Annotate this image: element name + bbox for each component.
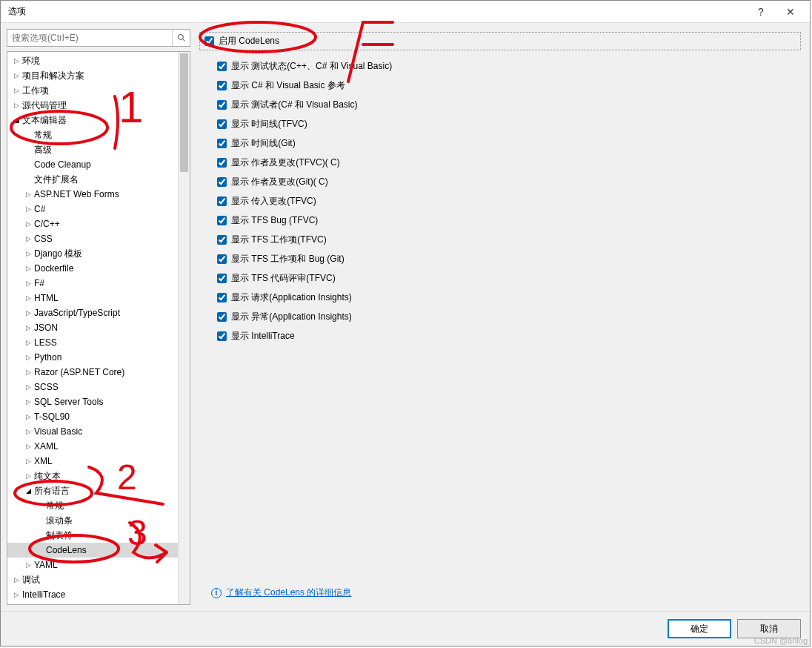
checkbox-input[interactable]	[217, 254, 227, 264]
option-checkbox[interactable]: 显示 TFS Bug (TFVC)	[217, 211, 801, 230]
tree-expander-icon[interactable]: ▷	[24, 413, 33, 420]
tree-item[interactable]: ▷JSON	[7, 320, 178, 335]
tree-expander-icon[interactable]: ◢	[24, 487, 33, 495]
tree-item[interactable]: ◢所有语言	[7, 483, 178, 498]
close-button[interactable]: ✕	[776, 1, 805, 22]
option-checkbox[interactable]: 显示 请求(Application Insights)	[217, 288, 801, 307]
search-icon[interactable]	[172, 30, 190, 46]
option-checkbox[interactable]: 显示 TFS 工作项和 Bug (Git)	[217, 249, 801, 268]
checkbox-input[interactable]	[217, 312, 227, 322]
option-checkbox[interactable]: 显示 TFS 工作项(TFVC)	[217, 230, 801, 249]
tree-expander-icon[interactable]: ▷	[12, 87, 21, 94]
tree-expander-icon[interactable]: ▷	[24, 220, 33, 228]
option-checkbox[interactable]: 显示 时间线(Git)	[217, 133, 801, 153]
tree-item[interactable]: ▷Python	[7, 350, 178, 365]
checkbox-input[interactable]	[217, 119, 227, 129]
tree-item[interactable]: ▷C#	[7, 202, 178, 216]
tree-item[interactable]: 常规	[7, 128, 178, 142]
tree-item[interactable]: ▷C/C++	[7, 216, 178, 231]
tree-item[interactable]: ▷XML	[7, 454, 178, 469]
tree-item[interactable]: 滚动条	[7, 513, 178, 528]
tree-expander-icon[interactable]: ▷	[24, 294, 33, 302]
checkbox-input[interactable]	[217, 235, 227, 245]
tree-expander-icon[interactable]: ▷	[12, 591, 21, 598]
checkbox-input[interactable]	[217, 81, 227, 90]
checkbox-input[interactable]	[217, 100, 227, 110]
tree-expander-icon[interactable]: ◢	[12, 116, 21, 124]
tree-expander-icon[interactable]: ▷	[24, 280, 33, 287]
tree-item[interactable]: ▷IntelliTrace	[7, 587, 178, 602]
ok-button[interactable]: 确定	[668, 619, 731, 638]
tree-expander-icon[interactable]: ▷	[24, 398, 33, 406]
enable-codelens-input[interactable]	[204, 36, 214, 46]
tree-item[interactable]: ▷源代码管理	[7, 98, 178, 113]
enable-codelens-checkbox[interactable]: 启用 CodeLens	[199, 32, 801, 50]
tree-expander-icon[interactable]: ▷	[24, 205, 33, 213]
option-checkbox[interactable]: 显示 作者及更改(TFVC)( C)	[217, 153, 801, 172]
tree-item[interactable]: ▷环境	[7, 53, 178, 68]
tree-expander-icon[interactable]: ▷	[24, 561, 33, 569]
checkbox-input[interactable]	[217, 216, 227, 225]
tree-expander-icon[interactable]: ▷	[24, 354, 33, 361]
scrollbar-thumb[interactable]	[180, 53, 188, 172]
tree-item[interactable]: ▷SQL Server Tools	[7, 394, 178, 409]
help-button[interactable]: ?	[746, 1, 776, 22]
tree-item[interactable]: ▷Dockerfile	[7, 261, 178, 276]
tree-item[interactable]: 制表符	[7, 528, 178, 543]
search-input[interactable]	[7, 30, 172, 46]
tree-item[interactable]: ▷T-SQL90	[7, 409, 178, 424]
tree-item[interactable]: ▷调试	[7, 572, 178, 587]
tree-item[interactable]: ▷HTML	[7, 291, 178, 305]
tree-expander-icon[interactable]: ▷	[24, 324, 33, 331]
tree-item[interactable]: 常规	[7, 498, 178, 513]
tree-expander-icon[interactable]: ▷	[24, 428, 33, 435]
tree-item[interactable]: ▷CSS	[7, 231, 178, 246]
tree-item[interactable]: ▷JavaScript/TypeScript	[7, 305, 178, 320]
checkbox-input[interactable]	[217, 196, 227, 206]
tree-item[interactable]: ▷Django 模板	[7, 246, 178, 261]
tree-item[interactable]: ▷项目和解决方案	[7, 68, 178, 83]
tree-item[interactable]: CodeLens	[7, 543, 178, 558]
option-checkbox[interactable]: 显示 时间线(TFVC)	[217, 114, 801, 133]
tree-item[interactable]: Code Cleanup	[7, 157, 178, 172]
checkbox-input[interactable]	[217, 158, 227, 168]
tree-expander-icon[interactable]: ▷	[12, 57, 21, 65]
learn-more-link[interactable]: 了解有关 CodeLens 的详细信息	[226, 586, 351, 599]
checkbox-input[interactable]	[217, 62, 227, 71]
tree-item[interactable]: ◢文本编辑器	[7, 113, 178, 128]
tree-expander-icon[interactable]: ▷	[24, 191, 33, 198]
tree-item[interactable]: 文件扩展名	[7, 172, 178, 187]
checkbox-input[interactable]	[217, 331, 227, 341]
options-tree[interactable]: ▷环境▷项目和解决方案▷工作项▷源代码管理◢文本编辑器常规高级Code Clea…	[7, 52, 178, 604]
tree-item[interactable]: 高级	[7, 142, 178, 157]
tree-expander-icon[interactable]: ▷	[24, 443, 33, 450]
checkbox-input[interactable]	[217, 139, 227, 148]
option-checkbox[interactable]: 显示 C# 和 Visual Basic 参考	[217, 76, 801, 95]
tree-expander-icon[interactable]: ▷	[24, 457, 33, 465]
tree-expander-icon[interactable]: ▷	[24, 472, 33, 480]
tree-item[interactable]: ▷工作项	[7, 83, 178, 98]
tree-scrollbar[interactable]	[178, 52, 190, 604]
tree-expander-icon[interactable]: ▷	[24, 235, 33, 242]
tree-item[interactable]: ▷F#	[7, 276, 178, 291]
tree-item[interactable]: ▷SCSS	[7, 380, 178, 394]
option-checkbox[interactable]: 显示 测试状态(C++、C# 和 Visual Basic)	[217, 56, 801, 76]
option-checkbox[interactable]: 显示 异常(Application Insights)	[217, 307, 801, 326]
tree-expander-icon[interactable]: ▷	[24, 383, 33, 391]
tree-item[interactable]: ▷YAML	[7, 558, 178, 572]
tree-expander-icon[interactable]: ▷	[24, 309, 33, 317]
tree-expander-icon[interactable]: ▷	[12, 576, 21, 583]
checkbox-input[interactable]	[217, 293, 227, 302]
tree-item[interactable]: ▷Visual Basic	[7, 424, 178, 439]
tree-item[interactable]: ▷Razor (ASP.NET Core)	[7, 365, 178, 380]
option-checkbox[interactable]: 显示 传入更改(TFVC)	[217, 191, 801, 211]
checkbox-input[interactable]	[217, 274, 227, 283]
tree-item[interactable]: ▷纯文本	[7, 469, 178, 483]
tree-item[interactable]: ▷XAML	[7, 439, 178, 454]
option-checkbox[interactable]: 显示 测试者(C# 和 Visual Basic)	[217, 95, 801, 114]
tree-item[interactable]: ▷ASP.NET Web Forms	[7, 187, 178, 202]
tree-item[interactable]: ▷LESS	[7, 335, 178, 350]
option-checkbox[interactable]: 显示 TFS 代码评审(TFVC)	[217, 268, 801, 288]
checkbox-input[interactable]	[217, 177, 227, 187]
tree-expander-icon[interactable]: ▷	[12, 102, 21, 109]
